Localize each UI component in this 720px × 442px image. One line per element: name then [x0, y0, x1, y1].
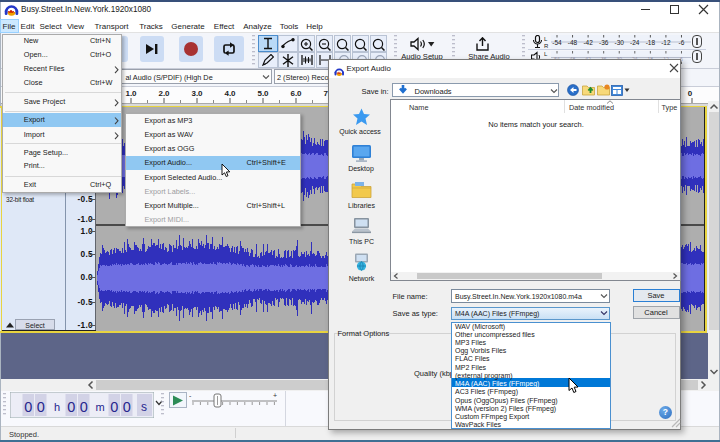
svg-text:m: m — [95, 401, 104, 413]
svg-text:6.0: 6.0 — [290, 89, 302, 98]
svg-text:-: - — [189, 392, 192, 399]
svg-text:-54: -54 — [552, 39, 562, 46]
svg-text:-24: -24 — [630, 39, 640, 46]
svg-text:h: h — [54, 401, 60, 413]
svg-text:3.0: 3.0 — [191, 89, 203, 98]
svg-text:5.0: 5.0 — [257, 89, 269, 98]
svg-text:-30: -30 — [615, 39, 625, 46]
svg-text:-12: -12 — [661, 39, 671, 46]
svg-text:+: + — [273, 392, 277, 399]
svg-text:-48: -48 — [568, 39, 578, 46]
svg-text:-42: -42 — [583, 39, 593, 46]
svg-text:0: 0 — [67, 399, 75, 415]
svg-text:4.0: 4.0 — [224, 89, 236, 98]
svg-text:0: 0 — [80, 399, 88, 415]
svg-text:0: 0 — [24, 399, 32, 415]
svg-text:s: s — [141, 400, 147, 414]
svg-text:0: 0 — [123, 399, 131, 415]
svg-text:-6: -6 — [679, 39, 685, 46]
svg-text:-18: -18 — [646, 39, 656, 46]
svg-text:2.0: 2.0 — [158, 89, 170, 98]
svg-text:1.0: 1.0 — [125, 89, 137, 98]
svg-text:0: 0 — [37, 399, 45, 415]
svg-text:0: 0 — [110, 399, 118, 415]
svg-text:-36: -36 — [599, 39, 609, 46]
svg-text:0: 0 — [688, 89, 693, 98]
